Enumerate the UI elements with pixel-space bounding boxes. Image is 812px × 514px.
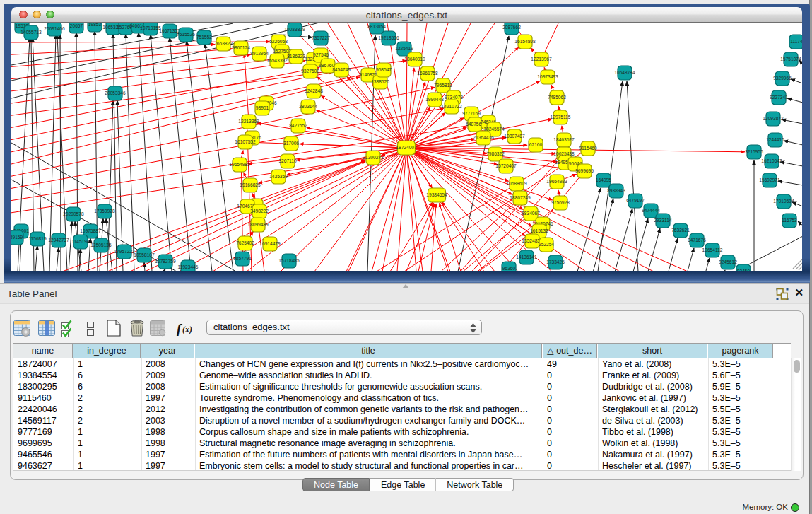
- svg-text:20657: 20657: [70, 23, 83, 28]
- svg-text:958547: 958547: [376, 67, 392, 72]
- svg-text:8427552: 8427552: [289, 123, 307, 128]
- svg-text:15692971: 15692971: [759, 177, 780, 182]
- svg-text:8186323: 8186323: [287, 54, 305, 59]
- svg-text:8912954: 8912954: [250, 51, 269, 56]
- svg-text:19853: 19853: [88, 23, 102, 27]
- svg-text:15720407: 15720407: [495, 163, 517, 168]
- svg-text:9242848: 9242848: [305, 88, 323, 93]
- svg-text:62160: 62160: [529, 142, 543, 147]
- svg-text:751552: 751552: [196, 35, 212, 40]
- svg-text:6479197: 6479197: [626, 198, 645, 203]
- svg-text:164095: 164095: [596, 177, 611, 182]
- svg-text:1435359: 1435359: [269, 174, 288, 179]
- svg-text:16210643: 16210643: [761, 158, 782, 163]
- svg-text:1615132: 1615132: [530, 228, 548, 233]
- svg-text:19384554: 19384554: [426, 192, 447, 197]
- svg-text:3215955: 3215955: [745, 149, 763, 154]
- svg-text:18640910: 18640910: [404, 57, 425, 62]
- svg-text:8813054: 8813054: [367, 24, 386, 29]
- svg-text:16543392: 16543392: [266, 58, 288, 63]
- svg-text:7955812: 7955812: [434, 83, 452, 88]
- svg-text:8454749: 8454749: [332, 67, 351, 72]
- svg-text:1733426: 1733426: [546, 259, 565, 264]
- svg-text:9699695: 9699695: [575, 168, 594, 173]
- svg-text:9860124: 9860124: [232, 45, 250, 50]
- svg-text:19166825: 19166825: [240, 182, 261, 187]
- svg-text:3267110: 3267110: [278, 158, 297, 163]
- svg-text:11923446: 11923446: [178, 264, 199, 269]
- svg-text:16154808: 16154808: [514, 39, 536, 44]
- svg-text:9329966: 9329966: [773, 76, 792, 81]
- svg-text:18807249: 18807249: [510, 195, 531, 200]
- svg-text:11174: 11174: [790, 39, 802, 44]
- svg-text:12093872: 12093872: [763, 116, 784, 121]
- svg-text:19218506: 19218506: [378, 35, 399, 40]
- svg-text:15718485: 15718485: [278, 258, 300, 263]
- svg-text:19654923: 19654923: [546, 179, 567, 184]
- svg-text:7625402: 7625402: [236, 240, 254, 245]
- svg-text:7663822: 7663822: [214, 41, 233, 46]
- svg-text:10654112: 10654112: [702, 247, 723, 252]
- svg-text:9115460: 9115460: [579, 146, 597, 151]
- svg-text:10782759: 10782759: [155, 259, 176, 264]
- svg-text:14136141: 14136141: [516, 255, 537, 259]
- svg-text:14210722: 14210722: [441, 104, 462, 109]
- svg-text:9777169: 9777169: [462, 111, 481, 116]
- svg-text:18463627: 18463627: [553, 137, 575, 142]
- svg-text:7485063: 7485063: [548, 95, 566, 100]
- svg-text:10807487: 10807487: [504, 134, 525, 139]
- svg-text:12213369: 12213369: [238, 119, 259, 124]
- svg-text:10975887: 10975887: [80, 228, 101, 233]
- svg-text:12942737: 12942737: [48, 238, 69, 243]
- svg-text:9227341: 9227341: [770, 95, 788, 100]
- svg-text:1388520: 1388520: [371, 79, 389, 84]
- svg-text:7986322: 7986322: [486, 151, 505, 156]
- svg-text:20053346: 20053346: [105, 90, 126, 95]
- svg-text:9857791: 9857791: [233, 256, 252, 261]
- svg-text:9245612: 9245612: [719, 259, 737, 264]
- svg-text:7357227: 7357227: [312, 35, 330, 40]
- svg-text:96360: 96360: [502, 266, 516, 271]
- svg-text:98901: 98901: [256, 105, 269, 110]
- svg-text:10973493: 10973493: [537, 74, 558, 79]
- svg-text:16914479: 16914479: [259, 241, 281, 246]
- svg-text:7515526: 7515526: [177, 32, 195, 37]
- svg-text:8938943: 8938943: [607, 188, 625, 193]
- svg-text:12975115: 12975115: [551, 115, 571, 119]
- svg-text:12213967: 12213967: [531, 57, 552, 62]
- svg-text:317006: 317006: [283, 141, 299, 146]
- svg-text:21300273: 21300273: [363, 155, 384, 160]
- svg-text:19654985: 19654985: [229, 162, 250, 167]
- svg-text:5226058: 5226058: [269, 39, 288, 44]
- svg-text:16961758: 16961758: [417, 71, 438, 76]
- svg-text:20691406: 20691406: [44, 26, 65, 31]
- svg-text:10688609: 10688609: [506, 181, 527, 186]
- svg-text:1156819: 1156819: [28, 236, 47, 241]
- svg-text:39159: 39159: [11, 235, 23, 240]
- svg-text:927546: 927546: [313, 52, 329, 57]
- svg-text:1325419: 1325419: [395, 46, 413, 51]
- svg-text:10648784: 10648784: [614, 70, 635, 75]
- svg-text:3498222: 3498222: [250, 209, 269, 214]
- svg-text:17957223: 17957223: [114, 249, 135, 254]
- svg-text:9327508: 9327508: [301, 69, 319, 74]
- svg-text:9474444: 9474444: [642, 208, 660, 213]
- svg-text:10033809: 10033809: [284, 27, 305, 32]
- svg-text:17010504: 17010504: [773, 199, 794, 204]
- svg-text:1145194: 1145194: [71, 239, 90, 244]
- svg-text:9734078: 9734078: [445, 95, 463, 100]
- svg-text:15751074: 15751074: [780, 57, 801, 62]
- svg-text:7632621: 7632621: [671, 228, 690, 233]
- svg-text:8471676: 8471676: [688, 238, 706, 243]
- svg-text:12505135: 12505135: [90, 243, 112, 247]
- svg-text:10958107: 10958107: [134, 252, 155, 257]
- svg-text:18724007: 18724007: [396, 145, 417, 150]
- svg-text:10719155: 10719155: [140, 25, 161, 30]
- svg-text:16107552: 16107552: [235, 139, 256, 144]
- svg-text:2803144: 2803144: [299, 104, 317, 109]
- svg-text:18099489: 18099489: [247, 222, 269, 227]
- svg-text:17359928: 17359928: [94, 209, 115, 214]
- svg-text:9756928: 9756928: [551, 200, 570, 205]
- svg-text:f: f: [177, 321, 182, 336]
- svg-text:82450: 82450: [737, 269, 751, 271]
